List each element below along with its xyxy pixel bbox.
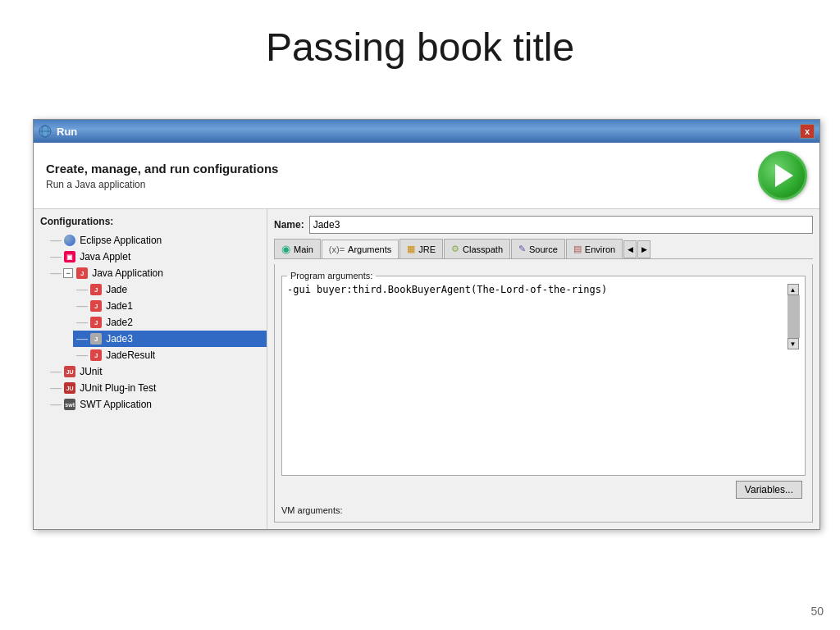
tab-source[interactable]: ✎ Source (511, 239, 565, 258)
program-arguments-legend: Program arguments: (287, 271, 376, 281)
variables-row: Variables... (281, 481, 806, 499)
tree-label-jade: Jade (106, 284, 127, 295)
tree-item-java-application[interactable]: ── − J Java Application (47, 265, 267, 281)
environ-tab-icon: ▤ (573, 244, 582, 254)
program-arguments-input[interactable] (287, 284, 784, 349)
header-subtext: Run a Java application (46, 179, 278, 190)
jade3-icon: J (90, 333, 102, 345)
tree-label-eclipse-app: Eclipse Application (80, 235, 162, 246)
main-tab-icon: ◉ (281, 243, 290, 255)
expand-java-app-icon[interactable]: − (63, 268, 73, 278)
tree-item-jade1[interactable]: ── J Jade1 (73, 298, 267, 314)
jade1-icon: J (90, 300, 102, 312)
dialog-body: Configurations: ── Eclipse Application ─… (34, 209, 819, 529)
tree-item-jade[interactable]: ── J Jade (73, 281, 267, 298)
header-text: Create, manage, and run configurations R… (46, 162, 278, 190)
variables-button[interactable]: Variables... (736, 481, 802, 499)
junit-icon: JU (64, 366, 75, 377)
classpath-tab-icon: ⚙ (451, 244, 459, 254)
program-arguments-fieldset: Program arguments: ▲ ▼ (281, 271, 806, 476)
args-tab-icon: (x)= (329, 244, 345, 254)
name-input[interactable] (309, 216, 813, 234)
configurations-label: Configurations: (34, 216, 267, 232)
jre-tab-icon: ▦ (407, 244, 415, 254)
tree-label-jade3: Jade3 (106, 333, 133, 345)
dialog-icon (39, 125, 52, 138)
page-number: 50 (810, 605, 824, 618)
tab-classpath[interactable]: ⚙ Classpath (444, 239, 510, 258)
tree-label-java-application: Java Application (92, 267, 163, 279)
name-label: Name: (274, 219, 304, 231)
left-panel: Configurations: ── Eclipse Application ─… (34, 209, 267, 529)
tree-label-jade-result: JadeResult (106, 349, 155, 361)
tree-item-junit[interactable]: ── JU JUnit (47, 363, 267, 380)
java-applet-icon: ▣ (64, 251, 75, 262)
tab-bar: ◉ Main (x)= Arguments ▦ JRE ⚙ Classpath … (274, 239, 813, 259)
tree-item-java-applet[interactable]: ── ▣ Java Applet (47, 249, 267, 265)
run-dialog: Run x Create, manage, and run configurat… (33, 119, 820, 530)
tree-label-junit-plugin: JUnit Plug-in Test (80, 382, 156, 394)
dialog-title: Run (57, 126, 77, 138)
title-bar: Run x (34, 120, 819, 143)
tab-arguments-label: Arguments (348, 244, 391, 254)
tree-item-jade-result[interactable]: ── J JadeResult (73, 347, 267, 363)
tree-item-eclipse-app[interactable]: ── Eclipse Application (47, 232, 267, 249)
name-row: Name: (274, 216, 813, 234)
junit-plugin-icon: JU (64, 382, 75, 394)
tab-main[interactable]: ◉ Main (274, 239, 321, 258)
tree-label-junit: JUnit (80, 366, 102, 377)
tab-nav-forward[interactable]: ▶ (637, 240, 651, 258)
run-icon (775, 164, 793, 187)
tab-nav-back[interactable]: ◀ (623, 240, 637, 258)
title-bar-left: Run (39, 125, 77, 138)
tree-item-junit-plugin[interactable]: ── JU JUnit Plug-in Test (47, 380, 267, 396)
right-panel: Name: ◉ Main (x)= Arguments ▦ JRE ⚙ (267, 209, 819, 529)
tab-jre-label: JRE (418, 244, 436, 254)
tab-environ-label: Environ (585, 244, 615, 254)
jade-icon: J (90, 284, 102, 295)
close-button[interactable]: x (800, 124, 815, 139)
tab-source-label: Source (529, 244, 558, 254)
tab-arguments[interactable]: (x)= Arguments (322, 240, 399, 259)
java-app-icon: J (76, 267, 88, 279)
tree-item-jade2[interactable]: ── J Jade2 (73, 314, 267, 331)
scroll-thumb (788, 295, 801, 338)
scroll-down-btn[interactable]: ▼ (788, 338, 799, 349)
vm-arguments-label: VM arguments: (281, 504, 806, 515)
tab-environ[interactable]: ▤ Environ (566, 239, 623, 258)
tree-label-jade1: Jade1 (106, 300, 133, 312)
header-heading: Create, manage, and run configurations (46, 162, 278, 176)
tree-item-jade3[interactable]: ── J Jade3 (73, 331, 267, 347)
tab-classpath-label: Classpath (463, 244, 503, 254)
eclipse-icon (64, 235, 75, 246)
program-args-scrollbar: ▲ ▼ (788, 284, 801, 349)
program-arguments-area: ▲ ▼ (287, 284, 800, 349)
swt-icon: swt (64, 399, 75, 410)
dialog-header: Create, manage, and run configurations R… (34, 143, 819, 209)
source-tab-icon: ✎ (518, 244, 526, 254)
tab-jre[interactable]: ▦ JRE (399, 239, 443, 258)
tab-main-label: Main (294, 244, 313, 254)
scroll-up-btn[interactable]: ▲ (788, 284, 799, 295)
tree-label-swt-app: SWT Application (80, 399, 152, 410)
jade-result-icon: J (90, 349, 102, 361)
run-button[interactable] (758, 151, 807, 200)
jade2-icon: J (90, 317, 102, 328)
tree-label-jade2: Jade2 (106, 317, 133, 328)
slide-title: Passing book title (0, 0, 840, 86)
tab-content-arguments: Program arguments: ▲ ▼ Variables... (274, 264, 813, 523)
tree-label-java-applet: Java Applet (80, 251, 130, 262)
tree-item-swt-app[interactable]: ── swt SWT Application (47, 396, 267, 413)
